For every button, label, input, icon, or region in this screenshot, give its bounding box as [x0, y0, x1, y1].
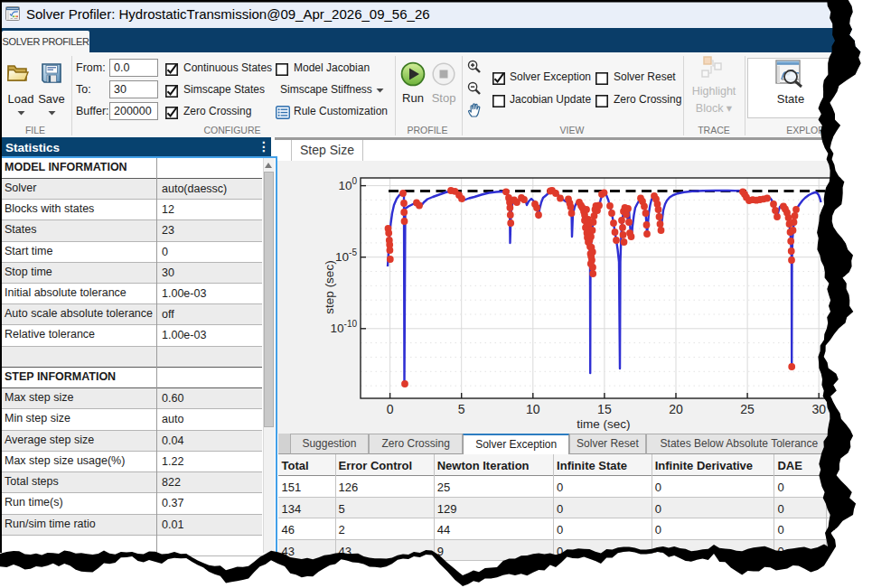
- svg-text:30: 30: [811, 402, 826, 416]
- svg-text:15: 15: [597, 402, 612, 416]
- svg-text:25: 25: [740, 402, 755, 416]
- svg-text:step (sec): step (sec): [323, 260, 336, 313]
- svg-text:10-5: 10-5: [335, 247, 357, 264]
- svg-text:100: 100: [338, 176, 357, 192]
- svg-text:20: 20: [669, 402, 683, 416]
- svg-text:10: 10: [526, 402, 540, 416]
- svg-text:time (sec): time (sec): [577, 417, 630, 431]
- svg-text:0: 0: [387, 402, 394, 416]
- svg-text:5: 5: [458, 402, 465, 416]
- svg-text:10-10: 10-10: [331, 319, 358, 335]
